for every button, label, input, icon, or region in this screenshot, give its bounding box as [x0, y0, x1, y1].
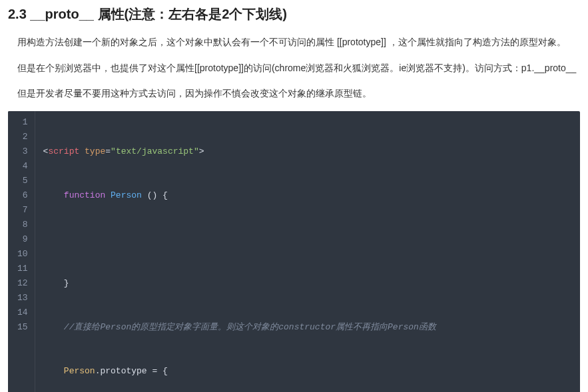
code-block: 1 2 3 4 5 6 7 8 9 10 11 12 13 14 15 <scr… [8, 111, 580, 393]
line-number: 8 [17, 218, 28, 232]
code-content: <script type="text/javascript"> function… [35, 111, 444, 393]
code-line: function Person () { [43, 188, 436, 203]
paragraph-1: 用构造方法创建一个新的对象之后，这个对象中默认会有一个不可访问的属性 [[pro… [8, 34, 580, 51]
line-number: 12 [17, 276, 28, 291]
line-number: 10 [17, 247, 28, 262]
line-number: 15 [17, 320, 28, 335]
line-number: 9 [17, 232, 28, 247]
code-line [43, 232, 436, 247]
paragraph-3: 但是开发者尽量不要用这种方式去访问，因为操作不慎会改变这个对象的继承原型链。 [8, 85, 580, 102]
paragraph-2: 但是在个别浏览器中，也提供了对这个属性[[prototype]]的访问(chro… [8, 60, 580, 77]
line-number: 7 [17, 203, 28, 218]
line-number: 14 [17, 305, 28, 320]
line-number: 11 [17, 262, 28, 276]
line-number: 4 [17, 159, 28, 174]
code-line: Person.prototype = { [43, 364, 436, 379]
line-number: 1 [17, 115, 28, 130]
line-number: 6 [17, 188, 28, 203]
line-number: 2 [17, 130, 28, 144]
line-number: 13 [17, 291, 28, 305]
line-number: 3 [17, 144, 28, 159]
code-line: <script type="text/javascript"> [43, 144, 436, 159]
line-number: 5 [17, 174, 28, 188]
code-gutter: 1 2 3 4 5 6 7 8 9 10 11 12 13 14 15 [8, 111, 35, 393]
section-heading: 2.3 __proto__ 属性(注意：左右各是2个下划线) [8, 5, 580, 23]
code-line: //直接给Person的原型指定对象字面量。则这个对象的constructor属… [43, 320, 436, 335]
code-line: } [43, 276, 436, 291]
